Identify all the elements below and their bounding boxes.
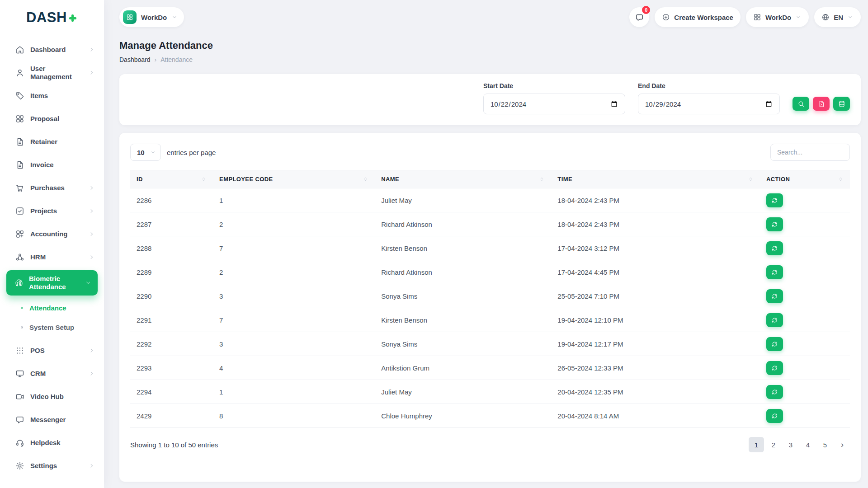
page-button-4[interactable]: 4 — [800, 437, 816, 452]
sidebar-item-label: Helpdesk — [30, 439, 95, 447]
sidebar-item-label: Items — [30, 92, 95, 100]
sidebar-item-crm[interactable]: CRM — [0, 362, 104, 385]
end-date-label: End Date — [638, 82, 780, 89]
sidebar-item-invoice[interactable]: Invoice — [0, 153, 104, 176]
workspace-selector[interactable]: WorkDo — [119, 7, 184, 27]
sidebar-item-messenger[interactable]: Messenger — [0, 408, 104, 431]
action-cell — [760, 236, 850, 260]
employee-code-cell: 2 — [213, 260, 375, 284]
sort-icon — [838, 176, 844, 182]
create-workspace-button[interactable]: Create Workspace — [655, 7, 741, 27]
sidebar-item-system-setup[interactable]: System Setup — [0, 318, 104, 337]
page-button-2[interactable]: 2 — [766, 437, 781, 452]
employee-code-cell: 3 — [213, 332, 375, 356]
start-date-input[interactable] — [483, 94, 625, 114]
sidebar-item-projects[interactable]: Projects — [0, 199, 104, 222]
workspace-switcher-button[interactable]: WorkDo — [746, 7, 809, 27]
database-icon — [838, 100, 845, 108]
sidebar-item-items[interactable]: Items — [0, 84, 104, 107]
sidebar-item-settings[interactable]: Settings — [0, 454, 104, 477]
sidebar-item-hrm[interactable]: HRM — [0, 245, 104, 268]
column-header-action[interactable]: ACTION — [760, 170, 850, 188]
reset-filter-button[interactable] — [813, 97, 830, 111]
table-row: 22941Juliet May20-04-2024 12:35 PM — [130, 380, 850, 404]
brand-logo[interactable]: DASH — [0, 0, 104, 35]
sidebar-item-user-management[interactable]: User Management — [0, 61, 104, 84]
brand-name: DASH — [26, 9, 67, 26]
name-cell: Chloe Humphrey — [375, 404, 551, 428]
video-icon — [15, 392, 24, 401]
column-header-employee-code[interactable]: EMPLOYEE CODE — [213, 170, 375, 188]
language-selector-button[interactable]: EN — [814, 7, 861, 27]
user-icon — [15, 68, 24, 77]
sync-attendance-button[interactable] — [766, 265, 783, 279]
table-search-input[interactable] — [770, 144, 850, 161]
id-cell: 2429 — [130, 404, 213, 428]
sidebar-item-label: HRM — [30, 253, 83, 261]
id-cell: 2288 — [130, 236, 213, 260]
sidebar-item-proposal[interactable]: Proposal — [0, 107, 104, 130]
time-cell: 18-04-2024 2:43 PM — [551, 212, 760, 236]
id-cell: 2291 — [130, 308, 213, 332]
sync-attendance-button[interactable] — [766, 217, 783, 231]
sidebar-item-accounting[interactable]: Accounting — [0, 222, 104, 245]
export-button[interactable] — [833, 97, 850, 111]
id-cell: 2289 — [130, 260, 213, 284]
table-row: 22903Sonya Sims25-05-2024 7:10 PM — [130, 284, 850, 308]
dot-icon — [19, 324, 25, 330]
headset-icon — [15, 438, 24, 447]
sync-attendance-button[interactable] — [766, 385, 783, 399]
refresh-icon — [771, 245, 778, 252]
breadcrumb-dashboard-link[interactable]: Dashboard — [119, 56, 151, 63]
entries-per-page-select[interactable]: 10 — [130, 144, 161, 161]
sort-icon — [539, 176, 545, 182]
sync-attendance-button[interactable] — [766, 241, 783, 255]
sidebar-item-pos[interactable]: POS — [0, 339, 104, 362]
time-cell: 18-04-2024 2:43 PM — [551, 188, 760, 212]
page-header: Manage Attendance Dashboard › Attendance — [104, 30, 868, 63]
sync-attendance-button[interactable] — [766, 409, 783, 423]
document-icon — [15, 137, 24, 146]
time-cell: 17-04-2024 3:12 PM — [551, 236, 760, 260]
language-label: EN — [834, 14, 843, 21]
column-header-time[interactable]: TIME — [551, 170, 760, 188]
name-cell: Sonya Sims — [375, 284, 551, 308]
sync-attendance-button[interactable] — [766, 337, 783, 351]
time-cell: 17-04-2024 4:45 PM — [551, 260, 760, 284]
page-button-3[interactable]: 3 — [783, 437, 798, 452]
search-icon — [797, 100, 805, 108]
sidebar-submenu: AttendanceSystem Setup — [0, 297, 104, 339]
notifications-button[interactable]: 0 — [629, 7, 649, 27]
plus-circle-icon — [662, 13, 670, 21]
column-header-id[interactable]: ID — [130, 170, 213, 188]
refresh-icon — [771, 269, 778, 276]
sync-attendance-button[interactable] — [766, 193, 783, 207]
sync-attendance-button[interactable] — [766, 289, 783, 303]
filter-card: Start Date End Date — [119, 74, 861, 125]
table-row: 22861Juliet May18-04-2024 2:43 PM — [130, 188, 850, 212]
sync-attendance-button[interactable] — [766, 361, 783, 375]
sidebar-item-purchases[interactable]: Purchases — [0, 176, 104, 199]
column-header-name[interactable]: NAME — [375, 170, 551, 188]
sidebar-item-dashboard[interactable]: Dashboard — [0, 38, 104, 61]
sidebar-item-video-hub[interactable]: Video Hub — [0, 385, 104, 408]
pos-icon — [15, 346, 24, 355]
next-page-button[interactable]: › — [835, 437, 850, 452]
action-cell — [760, 404, 850, 428]
sidebar-item-retainer[interactable]: Retainer — [0, 130, 104, 153]
chevron-right-icon — [89, 70, 95, 76]
name-cell: Richard Atkinson — [375, 212, 551, 236]
sidebar-item-biometric-attendance[interactable]: Biometric Attendance — [6, 270, 98, 296]
action-cell — [760, 188, 850, 212]
sidebar-item-label: POS — [30, 347, 83, 355]
page-button-5[interactable]: 5 — [817, 437, 833, 452]
sidebar-item-helpdesk[interactable]: Helpdesk — [0, 431, 104, 454]
action-cell — [760, 308, 850, 332]
breadcrumb-current: Attendance — [160, 56, 193, 63]
end-date-input[interactable] — [638, 94, 780, 114]
sync-attendance-button[interactable] — [766, 313, 783, 327]
apply-filter-button[interactable] — [793, 97, 809, 111]
page-button-1[interactable]: 1 — [749, 437, 764, 452]
table-row: 22872Richard Atkinson18-04-2024 2:43 PM — [130, 212, 850, 236]
sidebar-item-attendance[interactable]: Attendance — [0, 298, 104, 318]
